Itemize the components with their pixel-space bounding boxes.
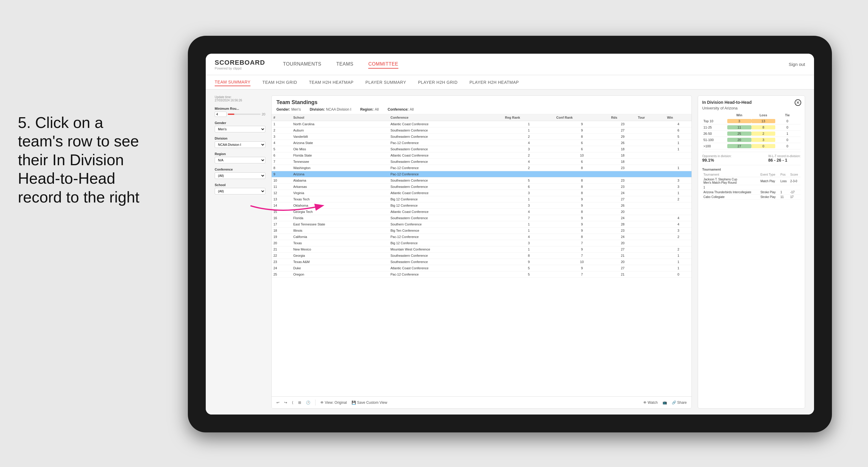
division-filter-label: Division: <box>310 107 325 112</box>
h2h-stats-row: Opponents in division: 99.1% W-L-T recor… <box>702 154 801 162</box>
sub-nav-team-h2h-grid[interactable]: TEAM H2H GRID <box>262 79 297 86</box>
filter-minimum-rounds: Minimum Rou... 20 <box>215 107 266 117</box>
standings-row-12[interactable]: 13 Texas Tech Big 12 Conference 1 9 27 2 <box>272 196 691 203</box>
nav-committee[interactable]: COMMITTEE <box>368 60 398 69</box>
region-filter-label: Region: <box>360 107 374 112</box>
h2h-row-11-25: 11-25 11 8 0 <box>702 124 801 131</box>
redo-btn[interactable]: ↪ <box>284 401 287 405</box>
h2h-record-block: W-L-T record in-division: 86 - 26 - 1 <box>768 154 801 162</box>
tournament-row[interactable]: Cabo Collegiate Stroke Play 11 17 <box>702 195 801 199</box>
h2h-team: University of Arizona <box>702 106 801 110</box>
update-time: Update time: 27/03/2024 16:56:26 <box>215 95 266 102</box>
h2h-panel: In Division Head-to-Head University of A… <box>698 95 805 409</box>
standings-row-24[interactable]: 25 Oregon Pac-12 Conference 5 7 21 0 <box>272 271 691 278</box>
standings-row-16[interactable]: 17 East Tennessee State Southern Confere… <box>272 221 691 227</box>
view-original-btn[interactable]: 👁 View: Original <box>320 401 347 405</box>
sub-nav-team-h2h-heatmap[interactable]: TEAM H2H HEATMAP <box>309 79 353 86</box>
filter-conference: Conference (All) <box>215 167 266 179</box>
nav-tournaments[interactable]: TOURNAMENTS <box>283 60 321 69</box>
tablet-frame: SCOREBOARD Powered by clippd TOURNAMENTS… <box>188 36 832 432</box>
standings-row-19[interactable]: 20 Texas Big 12 Conference 3 7 20 <box>272 240 691 246</box>
h2h-title: In Division Head-to-Head <box>702 100 801 105</box>
standings-row-14[interactable]: 15 Georgia Tech Atlantic Coast Conferenc… <box>272 209 691 215</box>
conference-filter-label: Conference: <box>388 107 408 112</box>
standings-row-18[interactable]: 19 California Pac-12 Conference 4 8 24 2 <box>272 234 691 240</box>
filter-region: Region N/A <box>215 152 266 163</box>
step-back-btn[interactable]: ⟨ <box>292 401 293 405</box>
filter-school: School (All) <box>215 183 266 194</box>
standings-row-17[interactable]: 18 Illinois Big Ten Conference 1 9 23 3 <box>272 227 691 234</box>
standings-header: Team Standings Gender: Men's Division: N… <box>272 96 691 114</box>
conference-select[interactable]: (All) <box>215 173 266 179</box>
undo-btn[interactable]: ↩ <box>276 401 279 405</box>
standings-row-11[interactable]: 12 Virginia Atlantic Coast Conference 3 … <box>272 190 691 196</box>
standings-row-10[interactable]: 11 Arkansas Southeastern Conference 6 8 … <box>272 184 691 190</box>
standings-row-3[interactable]: 4 Arizona State Pac-12 Conference 4 6 26… <box>272 140 691 146</box>
sub-nav-player-summary[interactable]: PLAYER SUMMARY <box>366 79 406 86</box>
standings-row-5[interactable]: 6 Florida State Atlantic Coast Conferenc… <box>272 152 691 159</box>
tournament-row[interactable]: Jackson T. Stephens CupMen's Match-Play … <box>702 177 801 185</box>
sign-out-link[interactable]: Sign out <box>789 62 805 67</box>
standings-row-0[interactable]: 1 North Carolina Atlantic Coast Conferen… <box>272 121 691 127</box>
main-nav: TOURNAMENTS TEAMS COMMITTEE <box>283 60 789 69</box>
sub-nav-team-summary[interactable]: TEAM SUMMARY <box>215 79 250 86</box>
col-rank: # <box>272 114 291 121</box>
filter-division-label: Division <box>215 136 266 140</box>
logo-sub: Powered by clippd <box>215 66 265 70</box>
division-select[interactable]: NCAA Division I <box>215 142 266 148</box>
standings-row-15[interactable]: 16 Florida Southeastern Conference 7 9 2… <box>272 215 691 221</box>
standings-row-9[interactable]: 10 Alabama Southeastern Conference 5 8 2… <box>272 178 691 184</box>
h2h-col-win: Win <box>727 113 751 117</box>
h2h-opponents-value: 99.1% <box>702 158 732 162</box>
h2h-record-label: W-L-T record in-division: <box>768 154 801 158</box>
standings-row-22[interactable]: 23 Texas A&M Southeastern Conference 9 1… <box>272 259 691 265</box>
main-content: Update time: 27/03/2024 16:56:26 Minimum… <box>206 90 814 414</box>
standings-row-6[interactable]: 7 Tennessee Southeastern Conference 4 6 … <box>272 159 691 165</box>
standings-row-2[interactable]: 3 Vanderbilt Southeastern Conference 2 8… <box>272 134 691 140</box>
h2h-row-51-100: 51-100 20 3 0 <box>702 137 801 143</box>
save-custom-btn[interactable]: 💾 Save Custom View <box>351 401 388 405</box>
tournament-row[interactable]: Arizona Thunderbirds Intercollegiate Str… <box>702 190 801 195</box>
gender-select[interactable]: Men's Women's <box>215 126 266 132</box>
standings-row-1[interactable]: 2 Auburn Southeastern Conference 1 9 27 … <box>272 127 691 134</box>
minimum-rounds-slider[interactable] <box>228 114 260 115</box>
instruction-text: 5. Click on a team's row to see their In… <box>18 113 143 206</box>
standings-table: # School Conference Reg Rank Conf Rank R… <box>272 114 691 278</box>
sub-nav-player-h2h-grid[interactable]: PLAYER H2H GRID <box>418 79 458 86</box>
app-nav: SCOREBOARD Powered by clippd TOURNAMENTS… <box>206 54 814 75</box>
h2h-opponents-label: Opponents in division: <box>702 154 732 158</box>
logo-area: SCOREBOARD Powered by clippd <box>215 59 265 70</box>
th-pos: Pos <box>779 173 789 177</box>
col-reg-rank: Reg Rank <box>503 114 554 121</box>
th-score: Score <box>789 173 801 177</box>
copy-btn[interactable]: ⊞ <box>298 401 301 405</box>
watch-btn[interactable]: 👁 Watch <box>643 401 658 405</box>
filter-gender-label: Gender <box>215 121 266 125</box>
standings-row-23[interactable]: 24 Duke Atlantic Coast Conference 5 9 27… <box>272 265 691 271</box>
standings-row-8[interactable]: 9 Arizona Pac-12 Conference <box>272 171 691 178</box>
standings-row-21[interactable]: 22 Georgia Southeastern Conference 8 7 2… <box>272 253 691 259</box>
h2h-record-value: 86 - 26 - 1 <box>768 158 801 162</box>
standings-row-13[interactable]: 14 Oklahoma Big 12 Conference 3 9 26 <box>272 203 691 209</box>
minimum-rounds-input[interactable] <box>215 112 227 117</box>
division-filter-value: NCAA Division I <box>326 107 351 112</box>
screen-btn[interactable]: 📺 <box>662 401 667 405</box>
school-select[interactable]: (All) <box>215 188 266 194</box>
col-conf-rank: Conf Rank <box>555 114 610 121</box>
tournament-row[interactable]: 1 <box>702 185 801 190</box>
col-school: School <box>291 114 389 121</box>
standings-row-20[interactable]: 21 New Mexico Mountain West Conference 1… <box>272 246 691 253</box>
h2h-row-100plus: >100 27 0 0 <box>702 143 801 149</box>
filter-gender: Gender Men's Women's <box>215 121 266 132</box>
region-select[interactable]: N/A <box>215 157 266 163</box>
nav-teams[interactable]: TEAMS <box>336 60 354 69</box>
clock-btn[interactable]: 🕐 <box>306 401 310 405</box>
h2h-close-btn[interactable]: ✕ <box>795 99 801 106</box>
filter-division: Division NCAA Division I <box>215 136 266 148</box>
filter-conference-label: Conference <box>215 167 266 171</box>
standings-filters-row: Gender: Men's Division: NCAA Division I … <box>276 107 687 112</box>
standings-row-4[interactable]: 5 Ole Miss Southeastern Conference 3 6 1… <box>272 146 691 152</box>
share-btn[interactable]: 🔗 Share <box>672 401 687 405</box>
sub-nav-player-h2h-heatmap[interactable]: PLAYER H2H HEATMAP <box>470 79 519 86</box>
standings-row-7[interactable]: 8 Washington Pac-12 Conference 2 8 23 1 <box>272 165 691 171</box>
